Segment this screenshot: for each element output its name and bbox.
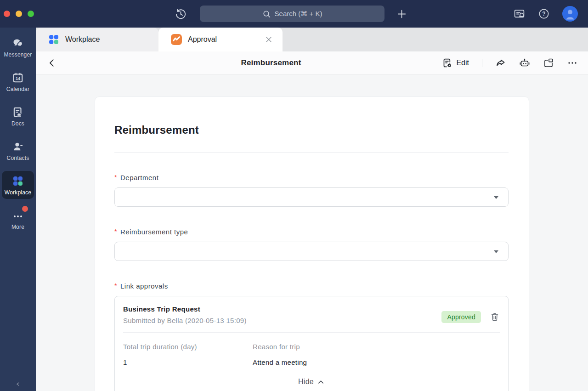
tab-approval[interactable]: Approval — [158, 28, 283, 51]
more-actions-button[interactable] — [567, 57, 578, 68]
linked-approval-header: Business Trip Request Submitted by Bella… — [123, 296, 500, 324]
sidebar-item-workplace[interactable]: Workplace — [2, 171, 34, 199]
sidebar-item-label: Contacts — [7, 155, 29, 161]
app-window: Search (⌘ + K) — [0, 0, 588, 391]
linked-approval-details: Total trip duration (day) 1 Reason for t… — [123, 333, 500, 366]
sidebar-item-docs[interactable]: Docs — [2, 102, 34, 130]
header-actions: Edit — [441, 51, 578, 74]
sidebar: Messenger 14 Calendar Docs — [0, 28, 36, 391]
sidebar-item-contacts[interactable]: Contacts — [2, 136, 34, 164]
document-header: Reimbursement Edit — [36, 51, 588, 74]
sidebar-item-label: More — [11, 224, 24, 230]
field-link-approvals: *Link approvals Business Trip Request Su… — [114, 282, 509, 391]
content-area: Reimbursement *Department *Reimbursement… — [36, 74, 588, 391]
header-divider — [482, 59, 482, 67]
user-avatar[interactable] — [562, 6, 578, 22]
field-department: *Department — [114, 174, 509, 207]
topbar-right: ? — [513, 0, 578, 28]
workplace-icon — [12, 175, 24, 187]
required-asterisk: * — [114, 282, 117, 289]
tab-label: Approval — [188, 35, 217, 44]
edit-form-icon — [441, 57, 452, 68]
announcements-button[interactable] — [513, 8, 526, 20]
tab-label: Workplace — [65, 35, 100, 44]
history-clock-icon — [175, 8, 187, 20]
delete-linked-approval-button[interactable] — [490, 312, 500, 322]
help-button[interactable]: ? — [538, 8, 550, 20]
search-placeholder: Search (⌘ + K) — [275, 10, 322, 18]
more-dots-icon — [12, 210, 24, 221]
close-window-button[interactable] — [4, 11, 10, 17]
field-label: *Link approvals — [114, 282, 509, 290]
search-input[interactable]: Search (⌘ + K) — [200, 6, 384, 22]
sidebar-item-label: Workplace — [5, 189, 31, 196]
reimbursement-type-select[interactable] — [114, 242, 509, 261]
sidebar-item-label: Docs — [11, 120, 24, 127]
minimize-window-button[interactable] — [16, 11, 22, 17]
chevron-up-icon — [317, 378, 325, 386]
avatar-person-icon — [562, 6, 578, 22]
chevron-down-icon — [494, 250, 498, 253]
sidebar-item-more[interactable]: More — [2, 205, 34, 233]
zoom-window-button[interactable] — [28, 11, 34, 17]
history-button[interactable] — [175, 8, 187, 20]
form-card: Reimbursement *Department *Reimbursement… — [95, 96, 529, 391]
search-icon — [262, 10, 271, 18]
sidebar-item-messenger[interactable]: Messenger — [2, 33, 34, 61]
svg-text:?: ? — [542, 11, 545, 17]
field-label: *Reimbursement type — [114, 228, 509, 236]
sidebar-item-label: Calendar — [6, 86, 29, 92]
announcement-bell-icon — [513, 8, 526, 20]
contacts-icon — [12, 141, 24, 153]
bot-button[interactable] — [519, 57, 530, 68]
approval-tab-icon — [170, 34, 182, 45]
required-asterisk: * — [114, 174, 117, 181]
close-tab-icon[interactable] — [265, 36, 272, 43]
hide-label: Hide — [298, 378, 314, 386]
main-area: Workplace Approval — [36, 28, 588, 391]
detail-reason: Reason for trip Attend a meeting — [253, 343, 382, 366]
linked-approval-title: Business Trip Request — [123, 305, 441, 313]
edit-button-label: Edit — [456, 59, 469, 67]
edit-button[interactable]: Edit — [441, 57, 469, 68]
field-label: *Department — [114, 174, 509, 181]
svg-text:14: 14 — [16, 76, 21, 81]
calendar-icon: 14 — [12, 72, 24, 84]
plus-icon — [396, 8, 407, 20]
title-divider — [114, 152, 509, 153]
sidebar-collapse-handle[interactable] — [16, 382, 20, 386]
linked-approval-submitted: Submitted by Bella (2020-05-13 15:09) — [123, 317, 441, 324]
help-icon: ? — [538, 8, 550, 20]
messenger-icon — [12, 37, 24, 49]
department-select[interactable] — [114, 187, 509, 207]
open-in-window-button[interactable] — [543, 57, 554, 68]
hide-details-button[interactable]: Hide — [123, 366, 500, 391]
form-title: Reimbursement — [114, 124, 509, 136]
back-button[interactable] — [47, 58, 57, 68]
docs-icon — [12, 106, 24, 118]
new-tab-button[interactable] — [396, 8, 407, 20]
tab-workplace[interactable]: Workplace — [36, 28, 158, 51]
topbar: Search (⌘ + K) — [0, 0, 588, 28]
linked-approval-card[interactable]: Business Trip Request Submitted by Bella… — [114, 296, 509, 391]
field-reimbursement-type: *Reimbursement type — [114, 228, 509, 261]
notification-badge — [22, 206, 28, 212]
page-title: Reimbursement — [241, 51, 301, 74]
detail-duration: Total trip duration (day) 1 — [123, 343, 253, 366]
window-controls — [4, 11, 34, 17]
sidebar-item-calendar[interactable]: 14 Calendar — [2, 68, 34, 96]
status-badge: Approved — [441, 311, 481, 323]
sidebar-item-label: Messenger — [4, 51, 32, 58]
chevron-down-icon — [494, 196, 498, 199]
workplace-tab-icon — [48, 34, 60, 45]
share-button[interactable] — [495, 57, 506, 68]
required-asterisk: * — [114, 228, 117, 235]
tab-bar: Workplace Approval — [36, 28, 588, 51]
